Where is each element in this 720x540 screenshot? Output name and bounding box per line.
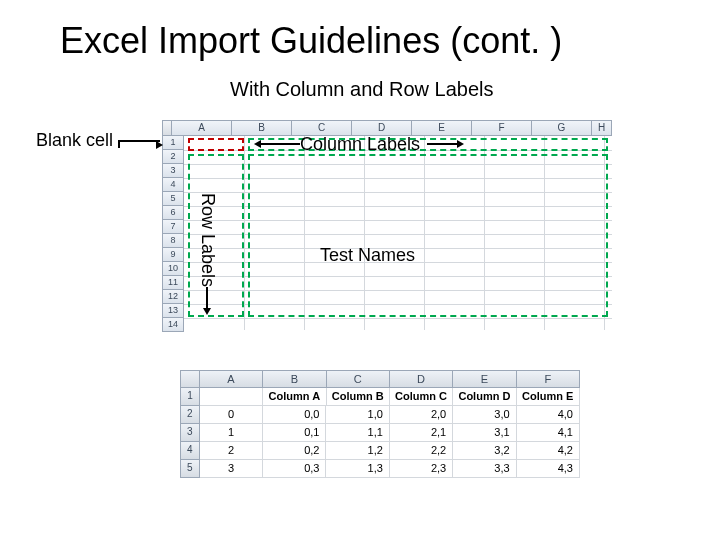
spreadsheet-example-bottom: A B C D E F 1 Column A Column B Column C…	[180, 370, 580, 478]
col-label-arrow-right	[427, 143, 457, 145]
sheet2-cell: 4,3	[517, 460, 580, 478]
sheet2-rowhead: 3	[180, 424, 200, 442]
sheet1-corner	[162, 120, 172, 136]
sheet2-cell	[200, 388, 263, 406]
sheet2-cell: Column A	[263, 388, 326, 406]
blank-cell-box	[188, 138, 244, 151]
blank-cell-label: Blank cell	[36, 130, 113, 151]
sheet2-rowhead: 4	[180, 442, 200, 460]
sheet1-colhead: F	[472, 120, 532, 136]
sheet1-colhead: E	[412, 120, 472, 136]
sheet2-cell: 3,2	[453, 442, 516, 460]
sheet2-colhead: F	[517, 370, 580, 388]
sheet1-colhead: G	[532, 120, 592, 136]
sheet1-rowhead: 14	[162, 318, 184, 332]
sheet2-cell: 1,0	[326, 406, 389, 424]
sheet2-rowhead: 1	[180, 388, 200, 406]
page-subtitle: With Column and Row Labels	[230, 78, 493, 101]
sheet2-cell: 0,1	[263, 424, 326, 442]
sheet2-cell: 2,0	[390, 406, 453, 424]
sheet2-cell: 3	[200, 460, 263, 478]
sheet1-rowhead: 12	[162, 290, 184, 304]
sheet1-rowhead: 3	[162, 164, 184, 178]
sheet2-cell: Column B	[327, 388, 390, 406]
blank-cell-arrow	[118, 140, 160, 148]
arrow-left-icon	[254, 140, 261, 148]
sheet2-cell: 2,3	[390, 460, 453, 478]
arrow-right-icon	[156, 141, 163, 149]
test-names-label: Test Names	[320, 245, 415, 266]
sheet1-colhead: H	[592, 120, 612, 136]
sheet1-rowhead: 6	[162, 206, 184, 220]
sheet2-corner	[180, 370, 200, 388]
sheet2-cell: 4,2	[517, 442, 580, 460]
sheet1-rowhead: 10	[162, 262, 184, 276]
sheet2-cell: Column C	[390, 388, 453, 406]
sheet2-colhead: A	[200, 370, 263, 388]
sheet2-cell: 2,2	[390, 442, 453, 460]
sheet2-rowhead: 2	[180, 406, 200, 424]
row-labels-label: Row Labels	[197, 193, 218, 287]
arrow-down-icon	[203, 308, 211, 315]
sheet2-cell: 4,0	[517, 406, 580, 424]
page-title: Excel Import Guidelines (cont. )	[60, 20, 562, 62]
sheet1-rowhead: 8	[162, 234, 184, 248]
sheet1-colhead: B	[232, 120, 292, 136]
sheet1-rowhead: 11	[162, 276, 184, 290]
sheet2-cell: 1,1	[326, 424, 389, 442]
sheet1-rowhead: 4	[162, 178, 184, 192]
sheet1-rowhead: 7	[162, 220, 184, 234]
col-label-arrow-left	[260, 143, 300, 145]
sheet1-colhead: A	[172, 120, 232, 136]
sheet2-colhead: D	[390, 370, 453, 388]
sheet2-cell: 1,2	[326, 442, 389, 460]
sheet2-cell: 0,0	[263, 406, 326, 424]
sheet2-cell: 1,3	[326, 460, 389, 478]
sheet2-cell: 3,1	[453, 424, 516, 442]
sheet2-cell: 2,1	[390, 424, 453, 442]
sheet2-cell: 3,3	[453, 460, 516, 478]
sheet2-colhead: B	[263, 370, 326, 388]
sheet2-cell: 0	[200, 406, 263, 424]
sheet2-cell: 4,1	[517, 424, 580, 442]
sheet2-colhead: E	[453, 370, 516, 388]
sheet2-cell: 0,2	[263, 442, 326, 460]
sheet1-rowhead: 9	[162, 248, 184, 262]
arrow-right-icon	[457, 140, 464, 148]
sheet1-rowhead: 13	[162, 304, 184, 318]
sheet1-rowhead: 2	[162, 150, 184, 164]
sheet2-cell: Column E	[517, 388, 580, 406]
sheet2-cell: 3,0	[453, 406, 516, 424]
sheet2-cell: 0,3	[263, 460, 326, 478]
column-labels-label: Column Labels	[300, 134, 420, 155]
sheet2-cell: Column D	[453, 388, 516, 406]
sheet2-cell: 2	[200, 442, 263, 460]
sheet2-colhead: C	[327, 370, 390, 388]
sheet2-cell: 1	[200, 424, 263, 442]
row-label-arrow	[206, 287, 208, 309]
test-names-box	[248, 154, 608, 317]
sheet1-rowhead: 1	[162, 136, 184, 150]
sheet2-rowhead: 5	[180, 460, 200, 478]
sheet1-rowhead: 5	[162, 192, 184, 206]
